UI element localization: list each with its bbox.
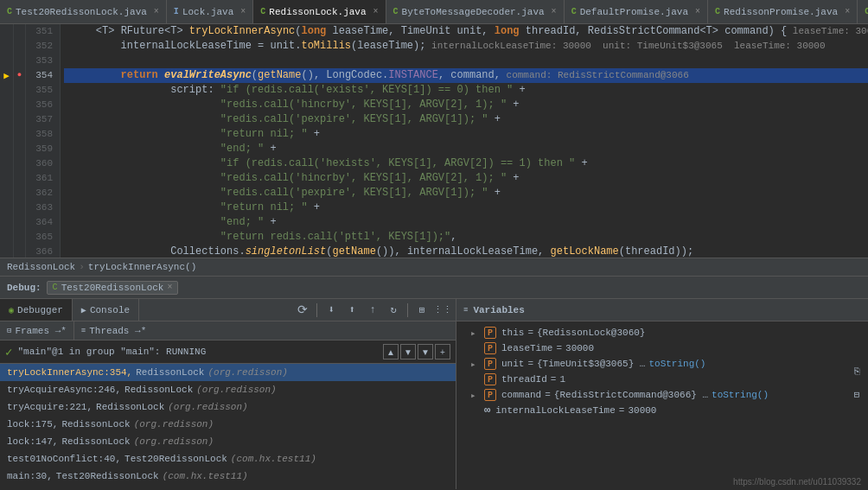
frame-method: main:30, — [7, 471, 53, 481]
more-icon[interactable]: ⋮⋮ — [433, 301, 452, 320]
code-line-365: "return redis.call('pttl', KEYS[1]);", — [64, 230, 868, 245]
frames-tab-label: Frames →* — [15, 326, 66, 336]
line-num: 357 — [33, 112, 53, 127]
right-debug-panel: ≡ Variables ▸ P this = {RedissonLock@306… — [456, 299, 868, 489]
frame-item-4[interactable]: lock:147, RedissonLock (org.redisson) — [0, 433, 456, 450]
line-numbers: 351 352 353 354 355 356 357 358 359 360 … — [26, 24, 61, 258]
expand-icon[interactable]: ▸ — [470, 359, 481, 370]
frame-item-6[interactable]: main:30, Test20RedissonLock (com.hx.test… — [0, 468, 456, 485]
tab-ByteToMessageDecoder[interactable]: C ByteToMessageDecoder.java × — [386, 0, 565, 23]
gutter-line — [14, 185, 25, 200]
variables-header: ≡ Variables — [456, 299, 868, 321]
gutter-line — [0, 200, 13, 214]
frame-pkg: (org.redisson) — [207, 367, 287, 378]
tab-DefaultPromise[interactable]: C DefaultPromise.java × — [565, 0, 708, 23]
breakpoint-icon: ● — [17, 71, 22, 80]
tab-frames[interactable]: ⊟ Frames →* — [0, 321, 74, 340]
frame-item-1[interactable]: tryAcquireAsync:246, RedissonLock (org.r… — [0, 381, 456, 398]
gutter-line — [0, 141, 13, 156]
tab-icon: C — [715, 7, 720, 16]
line-num: 352 — [33, 39, 53, 54]
debug-session-close[interactable]: × — [167, 283, 172, 292]
debugger-tab-label: Debugger — [17, 305, 63, 315]
frame-item-3[interactable]: lock:175, RedissonLock (org.redisson) — [0, 416, 456, 433]
code-line-353 — [64, 54, 868, 68]
var-threadId: ▸ P threadId = 1 — [456, 372, 868, 387]
frame-item-2[interactable]: tryAcquire:221, RedissonLock (org.rediss… — [0, 398, 456, 416]
tab-close[interactable]: × — [154, 7, 159, 16]
line-num: 356 — [33, 98, 53, 112]
code-line-356: "redis.call('hincrby', KEYS[1], ARGV[2],… — [64, 98, 868, 112]
thread-filter-btn[interactable]: ▼ — [418, 344, 433, 360]
var-type-icon: P — [484, 342, 496, 354]
thread-add-btn[interactable]: + — [435, 344, 450, 360]
evaluate-icon[interactable]: ⊞ — [412, 301, 431, 320]
debugger-tab-icon: ◉ — [9, 305, 14, 315]
watermark: https://blog.csdn.net/u011039332 — [733, 477, 861, 487]
thread-name: "main"@1 in group "main": RUNNING — [17, 347, 206, 357]
exec-arrow-icon: ▶ — [3, 70, 10, 81]
gutter-line — [14, 170, 25, 185]
tab-debugger[interactable]: ◉ Debugger — [0, 299, 73, 321]
tab-label: ByteToMessageDecoder.java — [402, 7, 545, 17]
breadcrumb-file[interactable]: RedissonLock — [7, 262, 75, 272]
copy-icon[interactable]: ⎘ — [847, 362, 866, 381]
code-line-351: <T> RFuture<T> tryLockInnerAsync(long le… — [64, 24, 868, 39]
step-out-icon[interactable]: ↑ — [363, 301, 382, 320]
gutter-line — [0, 83, 13, 98]
thread-nav: ▲ ▼ ▼ + — [383, 344, 450, 360]
debug-toolbar: Debug: C Test20RedissonLock × — [0, 277, 868, 299]
gutter-line — [14, 24, 25, 39]
debug-session-tab[interactable]: C Test20RedissonLock × — [47, 281, 179, 295]
icon-separator2 — [407, 303, 408, 317]
tab-icon: C — [7, 7, 12, 16]
frames-icon: ⊟ — [7, 326, 11, 335]
gutter-line — [0, 111, 13, 126]
expand-icon: ▸ — [470, 374, 481, 385]
frame-item-0[interactable]: tryLockInnerAsync:354, RedissonLock (org… — [0, 364, 456, 381]
debug-panel: ◉ Debugger ▶ Console ⟳ ⬇ ⬆ ↑ ↻ ⊞ ⋮⋮ — [0, 299, 868, 489]
run-cursor-icon[interactable]: ↻ — [384, 301, 403, 320]
rerun-icon[interactable]: ⟳ — [293, 301, 312, 320]
tab-RedissonPromise[interactable]: C RedissonPromise.java × — [708, 0, 858, 23]
tab-console[interactable]: ▶ Console — [73, 299, 139, 321]
var-leaseTime: ▸ P leaseTime = 30000 — [456, 340, 868, 356]
tab-threads[interactable]: ≡ Threads →* — [74, 321, 153, 340]
debug-session-icon: C — [53, 283, 58, 292]
tab-close[interactable]: × — [845, 7, 850, 16]
var-internalLockLeaseTime: ▸ ∞ internalLockLeaseTime = 30000 — [456, 403, 868, 418]
gutter-line — [0, 213, 13, 228]
var-tostring-link[interactable]: toString() — [648, 359, 705, 369]
var-tostring-link[interactable]: toString() — [712, 390, 769, 400]
tab-more[interactable]: C C ... — [858, 0, 868, 23]
breadcrumb-separator: › — [79, 262, 85, 272]
expand-icon[interactable]: ▸ — [470, 390, 481, 401]
expand-icon[interactable]: ▸ — [470, 328, 481, 339]
gutter-line — [14, 54, 25, 68]
step-over-icon[interactable]: ⬇ — [322, 301, 341, 320]
frame-pkg: (org.redisson) — [196, 385, 276, 395]
tab-close[interactable]: × — [240, 7, 246, 16]
tab-RedissonLock[interactable]: C RedissonLock.java × — [253, 0, 386, 23]
code-line-358: "return nil; " + — [64, 127, 868, 142]
tab-close[interactable]: × — [552, 7, 557, 16]
tab-Test20RedissonLock[interactable]: C Test20RedissonLock.java × — [0, 0, 167, 23]
frame-class: RedissonLock — [96, 402, 164, 412]
code-editor[interactable]: <T> RFuture<T> tryLockInnerAsync(long le… — [61, 24, 868, 258]
tab-Lock[interactable]: I Lock.java × — [167, 0, 253, 23]
thread-down-btn[interactable]: ▼ — [400, 344, 416, 360]
variables-list-icon: ≡ — [463, 306, 468, 315]
step-into-icon[interactable]: ⬆ — [342, 301, 361, 320]
var-this: ▸ P this = {RedissonLock@3060} — [456, 325, 868, 340]
breadcrumb-method[interactable]: tryLockInnerAsync() — [88, 262, 196, 272]
line-num: 360 — [33, 156, 53, 171]
thread-up-btn[interactable]: ▲ — [383, 344, 399, 360]
tab-close[interactable]: × — [695, 7, 700, 16]
tab-close[interactable]: × — [373, 7, 379, 16]
filter-icon[interactable]: ⊟ — [847, 385, 866, 404]
frame-item-5[interactable]: test01NoConflict:40, Test20RedissonLock … — [0, 450, 456, 468]
gutter-line — [0, 185, 13, 200]
code-line-360: "if (redis.call('hexists', KEYS[1], ARGV… — [64, 156, 868, 171]
var-command: ▸ P command = {RedisStrictCommand@3066} … — [456, 387, 868, 403]
gutter-line — [0, 39, 13, 54]
